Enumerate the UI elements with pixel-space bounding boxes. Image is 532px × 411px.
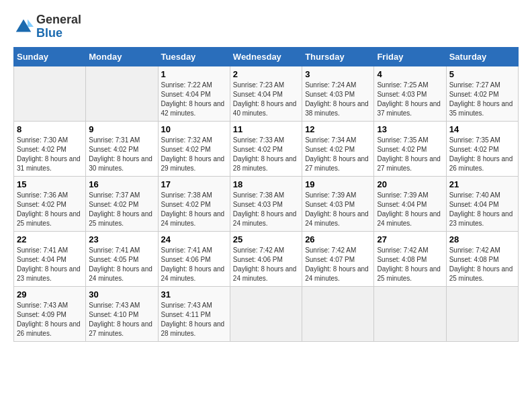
- day-number: 26: [305, 234, 371, 244]
- calendar-week-row: 22Sunrise: 7:41 AMSunset: 4:04 PMDayligh…: [14, 231, 519, 286]
- day-number: 1: [161, 69, 227, 79]
- page-header: GeneralBlue: [13, 13, 519, 40]
- day-info: Sunrise: 7:34 AMSunset: 4:02 PMDaylight:…: [305, 136, 371, 173]
- day-info: Sunrise: 7:24 AMSunset: 4:03 PMDaylight:…: [305, 81, 371, 118]
- day-number: 30: [89, 289, 154, 300]
- day-number: 5: [449, 69, 515, 79]
- day-number: 8: [17, 124, 83, 134]
- day-info: Sunrise: 7:22 AMSunset: 4:04 PMDaylight:…: [161, 81, 227, 118]
- day-info: Sunrise: 7:41 AMSunset: 4:06 PMDaylight:…: [161, 246, 227, 283]
- day-number: 2: [233, 69, 299, 79]
- weekday-header-row: SundayMondayTuesdayWednesdayThursdayFrid…: [14, 47, 519, 66]
- calendar-cell: 19Sunrise: 7:39 AMSunset: 4:03 PMDayligh…: [302, 176, 374, 231]
- day-number: 17: [161, 179, 227, 189]
- day-number: 20: [377, 179, 443, 189]
- calendar-cell: 21Sunrise: 7:40 AMSunset: 4:04 PMDayligh…: [446, 176, 518, 231]
- day-number: 23: [89, 234, 154, 244]
- weekday-header: Saturday: [446, 47, 518, 66]
- calendar-week-row: 29Sunrise: 7:43 AMSunset: 4:09 PMDayligh…: [14, 286, 519, 341]
- day-info: Sunrise: 7:43 AMSunset: 4:09 PMDaylight:…: [17, 301, 83, 338]
- svg-marker-1: [28, 19, 34, 27]
- day-info: Sunrise: 7:33 AMSunset: 4:02 PMDaylight:…: [233, 136, 299, 173]
- calendar-cell: [446, 286, 518, 341]
- day-info: Sunrise: 7:31 AMSunset: 4:02 PMDaylight:…: [89, 136, 154, 173]
- weekday-header: Tuesday: [158, 47, 230, 66]
- day-info: Sunrise: 7:23 AMSunset: 4:04 PMDaylight:…: [233, 81, 299, 118]
- day-number: 9: [89, 124, 154, 134]
- day-info: Sunrise: 7:38 AMSunset: 4:03 PMDaylight:…: [233, 191, 299, 228]
- calendar-cell: 11Sunrise: 7:33 AMSunset: 4:02 PMDayligh…: [230, 121, 302, 176]
- calendar-cell: [230, 286, 302, 341]
- day-info: Sunrise: 7:35 AMSunset: 4:02 PMDaylight:…: [449, 136, 515, 173]
- calendar-table: SundayMondayTuesdayWednesdayThursdayFrid…: [13, 47, 519, 342]
- day-info: Sunrise: 7:39 AMSunset: 4:03 PMDaylight:…: [305, 191, 371, 228]
- day-number: 14: [449, 124, 515, 134]
- calendar-cell: 2Sunrise: 7:23 AMSunset: 4:04 PMDaylight…: [230, 66, 302, 121]
- day-info: Sunrise: 7:40 AMSunset: 4:04 PMDaylight:…: [449, 191, 515, 228]
- weekday-header: Wednesday: [230, 47, 302, 66]
- logo-icon: [13, 17, 34, 37]
- calendar-cell: [374, 286, 446, 341]
- calendar-cell: 1Sunrise: 7:22 AMSunset: 4:04 PMDaylight…: [158, 66, 230, 121]
- calendar-cell: 14Sunrise: 7:35 AMSunset: 4:02 PMDayligh…: [446, 121, 518, 176]
- day-number: 22: [17, 234, 83, 244]
- day-number: 12: [305, 124, 371, 134]
- calendar-cell: [14, 66, 86, 121]
- calendar-cell: 30Sunrise: 7:43 AMSunset: 4:10 PMDayligh…: [86, 286, 158, 341]
- day-info: Sunrise: 7:42 AMSunset: 4:08 PMDaylight:…: [377, 246, 443, 283]
- calendar-cell: 25Sunrise: 7:42 AMSunset: 4:06 PMDayligh…: [230, 231, 302, 286]
- calendar-cell: 3Sunrise: 7:24 AMSunset: 4:03 PMDaylight…: [302, 66, 374, 121]
- day-info: Sunrise: 7:25 AMSunset: 4:03 PMDaylight:…: [377, 81, 443, 118]
- calendar-cell: 9Sunrise: 7:31 AMSunset: 4:02 PMDaylight…: [86, 121, 158, 176]
- calendar-week-row: 15Sunrise: 7:36 AMSunset: 4:02 PMDayligh…: [14, 176, 519, 231]
- day-info: Sunrise: 7:41 AMSunset: 4:05 PMDaylight:…: [89, 246, 154, 283]
- day-info: Sunrise: 7:30 AMSunset: 4:02 PMDaylight:…: [17, 136, 83, 173]
- logo: GeneralBlue: [13, 13, 81, 40]
- day-info: Sunrise: 7:42 AMSunset: 4:08 PMDaylight:…: [449, 246, 515, 283]
- calendar-cell: [302, 286, 374, 341]
- calendar-cell: 28Sunrise: 7:42 AMSunset: 4:08 PMDayligh…: [446, 231, 518, 286]
- calendar-cell: 24Sunrise: 7:41 AMSunset: 4:06 PMDayligh…: [158, 231, 230, 286]
- calendar-cell: 12Sunrise: 7:34 AMSunset: 4:02 PMDayligh…: [302, 121, 374, 176]
- day-info: Sunrise: 7:42 AMSunset: 4:06 PMDaylight:…: [233, 246, 299, 283]
- day-info: Sunrise: 7:43 AMSunset: 4:10 PMDaylight:…: [89, 301, 154, 338]
- calendar-cell: 27Sunrise: 7:42 AMSunset: 4:08 PMDayligh…: [374, 231, 446, 286]
- day-number: 13: [377, 124, 443, 134]
- day-number: 28: [449, 234, 515, 244]
- day-info: Sunrise: 7:39 AMSunset: 4:04 PMDaylight:…: [377, 191, 443, 228]
- calendar-cell: [86, 66, 158, 121]
- day-info: Sunrise: 7:43 AMSunset: 4:11 PMDaylight:…: [161, 301, 227, 338]
- calendar-cell: 8Sunrise: 7:30 AMSunset: 4:02 PMDaylight…: [14, 121, 86, 176]
- logo-text: GeneralBlue: [36, 13, 81, 40]
- calendar-cell: 4Sunrise: 7:25 AMSunset: 4:03 PMDaylight…: [374, 66, 446, 121]
- weekday-header: Sunday: [14, 47, 86, 66]
- day-number: 3: [305, 69, 371, 79]
- day-info: Sunrise: 7:37 AMSunset: 4:02 PMDaylight:…: [89, 191, 154, 228]
- calendar-cell: 31Sunrise: 7:43 AMSunset: 4:11 PMDayligh…: [158, 286, 230, 341]
- calendar-cell: 17Sunrise: 7:38 AMSunset: 4:02 PMDayligh…: [158, 176, 230, 231]
- day-info: Sunrise: 7:41 AMSunset: 4:04 PMDaylight:…: [17, 246, 83, 283]
- day-info: Sunrise: 7:36 AMSunset: 4:02 PMDaylight:…: [17, 191, 83, 228]
- day-number: 11: [233, 124, 299, 134]
- day-info: Sunrise: 7:42 AMSunset: 4:07 PMDaylight:…: [305, 246, 371, 283]
- calendar-cell: 26Sunrise: 7:42 AMSunset: 4:07 PMDayligh…: [302, 231, 374, 286]
- calendar-cell: 23Sunrise: 7:41 AMSunset: 4:05 PMDayligh…: [86, 231, 158, 286]
- calendar-cell: 16Sunrise: 7:37 AMSunset: 4:02 PMDayligh…: [86, 176, 158, 231]
- day-number: 21: [449, 179, 515, 189]
- day-info: Sunrise: 7:35 AMSunset: 4:02 PMDaylight:…: [377, 136, 443, 173]
- day-number: 10: [161, 124, 227, 134]
- day-info: Sunrise: 7:27 AMSunset: 4:02 PMDaylight:…: [449, 81, 515, 118]
- day-number: 18: [233, 179, 299, 189]
- weekday-header: Monday: [86, 47, 158, 66]
- calendar-cell: 18Sunrise: 7:38 AMSunset: 4:03 PMDayligh…: [230, 176, 302, 231]
- day-number: 25: [233, 234, 299, 244]
- calendar-cell: 15Sunrise: 7:36 AMSunset: 4:02 PMDayligh…: [14, 176, 86, 231]
- day-number: 31: [161, 289, 227, 300]
- day-number: 4: [377, 69, 443, 79]
- day-number: 16: [89, 179, 154, 189]
- day-number: 24: [161, 234, 227, 244]
- day-info: Sunrise: 7:38 AMSunset: 4:02 PMDaylight:…: [161, 191, 227, 228]
- calendar-cell: 10Sunrise: 7:32 AMSunset: 4:02 PMDayligh…: [158, 121, 230, 176]
- weekday-header: Friday: [374, 47, 446, 66]
- day-number: 15: [17, 179, 83, 189]
